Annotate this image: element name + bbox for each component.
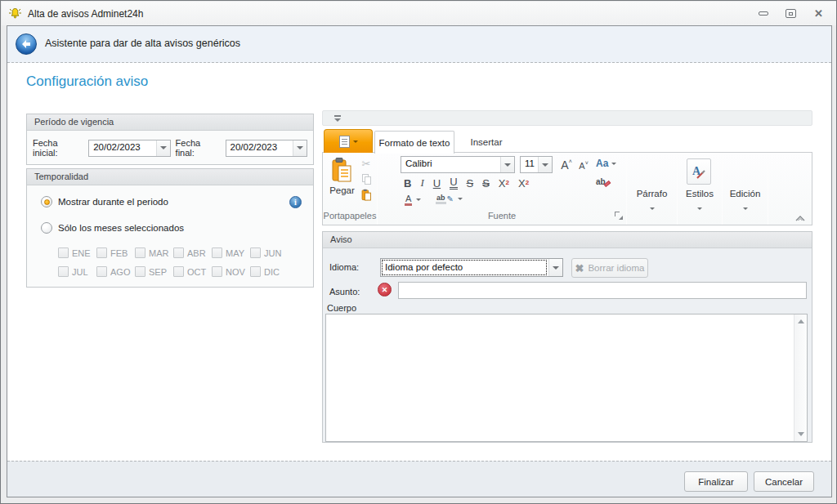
copy-icon [362,174,371,185]
fecha-inicial-dropdown-button[interactable] [156,140,170,156]
highlight-icon: ab [436,194,446,204]
shrink-font-button[interactable]: A˅ [576,158,591,173]
application-menu-button[interactable] [324,129,373,153]
copy-button[interactable] [360,172,373,185]
checkbox-icon [212,248,222,258]
month-label: AGO [110,267,130,277]
brush-icon [696,170,705,180]
back-button[interactable] [16,33,37,55]
month-checkbox-jul[interactable]: JUL [58,266,96,277]
minimize-button[interactable] [756,7,770,20]
month-checkbox-ene[interactable]: ENE [58,248,96,258]
tab-insertar[interactable]: Insertar [454,131,518,153]
idioma-combo[interactable]: Idioma por defecto [380,258,563,277]
strikethrough-button[interactable]: S [467,177,474,190]
subscript-mark: 2 [526,180,529,186]
month-label: JUN [264,248,281,258]
editing-menu-button[interactable]: Edición [723,189,768,213]
borrar-idioma-button[interactable]: ✖ Borrar idioma [571,258,648,278]
tab-formato-de-texto[interactable]: Formato de texto [374,131,454,154]
chevron-down-icon [553,266,559,270]
cuerpo-scrollbar[interactable] [794,314,807,441]
radio-meses-seleccionados-label: Sólo los meses seleccionados [58,223,184,233]
chevron-up-icon [794,214,806,222]
checkbox-icon [250,248,261,258]
font-color-button[interactable]: A [405,194,421,206]
double-strikethrough-button[interactable]: S [482,177,490,190]
font-name-combo[interactable]: Calibri [401,156,515,173]
month-checkbox-nov[interactable]: NOV [212,266,250,277]
ribbon: Pegar ✂ Portapapeles Calibri [322,152,812,225]
chevron-down-icon [743,207,748,210]
italic-button[interactable]: I [420,176,423,190]
month-checkbox-jun[interactable]: JUN [250,248,289,258]
periodo-vigencia-title: Período de vigencia [27,114,313,131]
editing-label: Edición [723,189,768,198]
fecha-final-dropdown-button[interactable] [293,140,307,156]
idioma-value: Idioma por defecto [381,259,548,276]
close-button[interactable]: ✕ [812,7,826,20]
chevron-down-icon [542,163,548,167]
font-name-dropdown-button[interactable] [500,157,514,172]
maximize-button[interactable] [784,7,798,20]
cancelar-button[interactable]: Cancelar [754,471,814,492]
styles-icon-button[interactable]: A [687,158,711,185]
radio-mostrar-periodo-label: Mostrar durante el periodo [58,197,168,207]
month-checkbox-dic[interactable]: DIC [250,266,289,277]
font-size-combo[interactable]: 11 [520,156,553,173]
paste-clipboard-icon [331,157,353,183]
collapse-ribbon-button[interactable] [794,211,806,225]
bell-icon [8,7,22,20]
underline-button[interactable]: U [433,177,441,190]
maximize-icon [786,9,796,18]
month-label: NOV [226,267,245,277]
paste-button[interactable]: Pegar [325,154,359,205]
double-underline-button[interactable]: U [450,176,457,190]
finalizar-button[interactable]: Finalizar [684,471,748,492]
idioma-dropdown-button[interactable] [548,259,562,276]
month-label: JUL [72,267,88,277]
font-size-dropdown-button[interactable] [538,157,552,172]
info-icon[interactable]: i [289,196,302,208]
highlight-button[interactable]: ab ✎ [436,194,463,204]
clear-formatting-button[interactable]: ab [596,177,611,186]
chevron-down-icon [697,207,702,210]
styles-menu-button[interactable]: Estilos [678,189,722,213]
month-checkbox-feb[interactable]: FEB [96,248,135,258]
client-area: Asistente para dar de alta avisos genéri… [7,25,832,497]
radio-selected-icon [41,196,52,207]
month-checkbox-may[interactable]: MAY [212,248,250,258]
asunto-input[interactable] [398,282,807,299]
bold-button[interactable]: B [404,177,411,190]
month-checkbox-abr[interactable]: ABR [173,248,212,258]
subscript-button[interactable]: X2 [518,177,529,190]
fecha-inicial-datepicker[interactable]: 20/02/2023 [88,140,170,157]
paste-special-button[interactable] [360,188,373,201]
month-checkbox-mar[interactable]: MAR [135,248,173,258]
radio-unselected-icon [41,222,52,234]
change-case-icon: Aa [596,158,608,169]
grow-font-button[interactable]: A˄ [558,156,575,173]
month-label: FEB [110,248,128,258]
month-checkbox-oct[interactable]: OCT [173,266,212,277]
finalizar-label: Finalizar [698,477,733,487]
month-checkbox-sep[interactable]: SEP [135,266,173,277]
editor-area: Formato de texto Insertar [322,109,812,444]
month-label: ABR [187,248,206,258]
checkbox-icon [212,266,222,277]
month-checkbox-ago[interactable]: AGO [96,266,135,277]
radio-meses-seleccionados[interactable]: Sólo los meses seleccionados [41,222,184,234]
checkbox-icon [173,248,184,258]
fecha-final-datepicker[interactable]: 20/02/2023 [226,140,307,157]
paragraph-menu-button[interactable]: Párrafo [627,189,677,213]
fecha-inicial-value: 20/02/2023 [89,140,155,156]
change-case-button[interactable]: Aa [596,158,616,169]
radio-mostrar-periodo[interactable]: Mostrar durante el periodo [41,196,168,207]
month-label: SEP [149,267,167,277]
customize-toolbar-icon[interactable] [334,115,341,122]
group-label-fuente: Fuente [378,211,626,221]
font-dialog-launcher[interactable] [615,212,623,220]
cut-button[interactable]: ✂ [360,157,373,170]
cuerpo-textarea[interactable] [326,314,793,441]
superscript-button[interactable]: X2 [499,177,509,190]
